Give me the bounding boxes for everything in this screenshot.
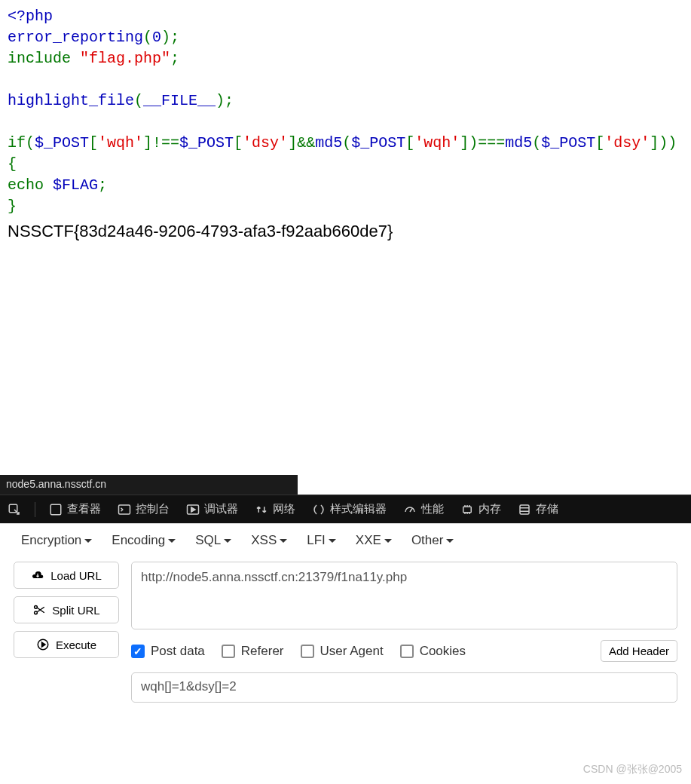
tab-storage[interactable]: 存储 xyxy=(515,498,561,521)
url-input[interactable]: http://node5.anna.nssctf.cn:21379/f1na11… xyxy=(131,562,677,629)
scissors-icon xyxy=(32,603,46,617)
chevron-down-icon xyxy=(224,539,231,543)
hackbar-panel: Encryption Encoding SQL XSS LFI XXE Othe… xyxy=(0,523,691,712)
tab-inspector[interactable]: 查看器 xyxy=(46,498,104,521)
tab-network[interactable]: 网络 xyxy=(252,498,298,521)
add-header-button[interactable]: Add Header xyxy=(601,640,677,662)
chevron-down-icon xyxy=(280,539,287,543)
tab-style-editor[interactable]: 样式编辑器 xyxy=(309,498,390,521)
watermark: CSDN @张张@2005 xyxy=(583,763,682,776)
play-circle-icon xyxy=(36,638,50,651)
flag-output: NSSCTF{83d24a46-9206-4793-afa3-f92aab660… xyxy=(8,220,683,243)
php-open-tag: <?php xyxy=(8,8,53,25)
menu-encryption[interactable]: Encryption xyxy=(21,533,92,548)
chevron-down-icon xyxy=(384,539,392,543)
checkbox-referer[interactable]: Referer xyxy=(222,644,284,659)
status-bar: node5.anna.nssctf.cn xyxy=(0,475,298,495)
chevron-down-icon xyxy=(168,539,176,543)
split-url-button[interactable]: Split URL xyxy=(14,596,119,623)
tab-performance[interactable]: 性能 xyxy=(400,498,447,521)
php-source-code: <?php error_reporting(0); include "flag.… xyxy=(0,0,691,250)
svg-rect-1 xyxy=(50,504,61,515)
post-data-input[interactable]: wqh[]=1&dsy[]=2 xyxy=(131,672,677,703)
cloud-download-icon xyxy=(31,568,44,582)
svg-rect-4 xyxy=(463,507,472,513)
devtools-tabs: 查看器 控制台 调试器 网络 样式编辑器 性能 内存 存储 xyxy=(0,495,691,523)
checkbox-icon xyxy=(400,645,414,658)
checkbox-post-data[interactable]: ✓ Post data xyxy=(131,644,205,659)
menu-sql[interactable]: SQL xyxy=(195,533,231,548)
chevron-down-icon xyxy=(329,539,336,543)
svg-rect-5 xyxy=(520,505,529,514)
tab-console[interactable]: 控制台 xyxy=(115,498,173,521)
menu-lfi[interactable]: LFI xyxy=(307,533,336,548)
checkbox-icon xyxy=(222,645,235,658)
hackbar-menu: Encryption Encoding SQL XSS LFI XXE Othe… xyxy=(14,533,677,548)
svg-rect-2 xyxy=(119,505,130,514)
checkbox-icon: ✓ xyxy=(131,645,145,658)
menu-other[interactable]: Other xyxy=(411,533,454,548)
menu-encoding[interactable]: Encoding xyxy=(112,533,176,548)
menu-xss[interactable]: XSS xyxy=(251,533,287,548)
menu-xxe[interactable]: XXE xyxy=(356,533,392,548)
tab-debugger[interactable]: 调试器 xyxy=(183,498,241,521)
chevron-down-icon xyxy=(84,539,92,543)
options-row: ✓ Post data Referer User Agent Cookies A… xyxy=(131,640,677,662)
chevron-down-icon xyxy=(446,539,454,543)
execute-button[interactable]: Execute xyxy=(14,631,119,658)
checkbox-icon xyxy=(301,645,314,658)
load-url-button[interactable]: Load URL xyxy=(14,562,119,589)
tab-memory[interactable]: 内存 xyxy=(457,498,504,521)
checkbox-cookies[interactable]: Cookies xyxy=(400,644,466,659)
checkbox-user-agent[interactable]: User Agent xyxy=(301,644,384,659)
element-picker-icon[interactable] xyxy=(5,498,24,521)
